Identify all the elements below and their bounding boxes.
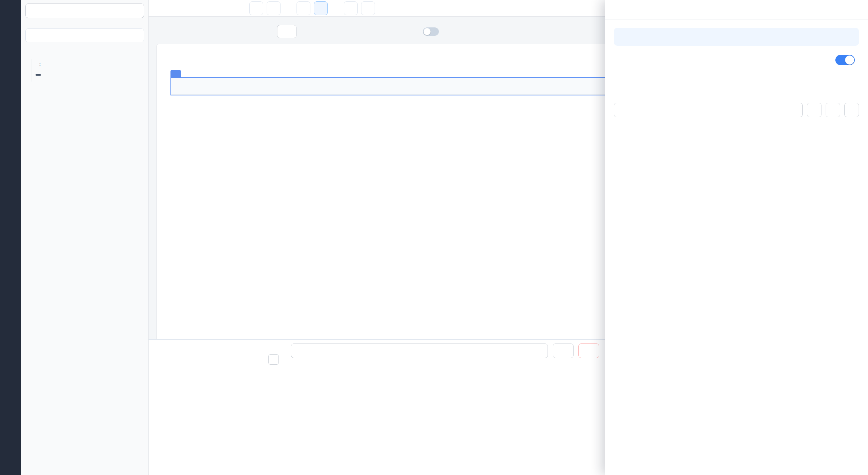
outputs-panel: : (21, 0, 149, 475)
maximize-icon (364, 5, 372, 12)
search-outputs-input[interactable] (25, 28, 144, 42)
windmill-logo[interactable] (0, 0, 21, 19)
drawer-header (605, 0, 868, 19)
windmill-logo-icon (6, 5, 16, 15)
clear-icon[interactable] (791, 107, 798, 113)
mobile-view-button[interactable] (297, 1, 310, 15)
refresh-resource-button[interactable] (844, 103, 859, 117)
plus-icon (829, 107, 836, 113)
close-drawer-button[interactable] (613, 4, 625, 16)
auth-field-row (614, 92, 859, 99)
refresh-schedule-dropdown[interactable] (303, 29, 310, 34)
plus-icon (271, 357, 276, 362)
monitor-icon (317, 5, 325, 12)
edit-icon[interactable] (44, 72, 50, 78)
runnables-panel (149, 340, 286, 475)
selected-component-badge (170, 70, 181, 78)
selected-tab-index-row: : (35, 59, 145, 68)
app-editor: : (0, 0, 868, 475)
tabs-component-group: : (32, 59, 145, 82)
pencil-icon (811, 107, 818, 113)
smartphone-icon (300, 5, 307, 12)
resource-only-toggle[interactable] (835, 55, 855, 65)
close-icon (615, 6, 623, 14)
hide-bar-control (419, 27, 439, 36)
info-icon (158, 357, 164, 363)
resource-input[interactable] (614, 103, 803, 117)
input-type-selector (822, 92, 859, 99)
static-input-icon[interactable] (822, 92, 830, 99)
trash-icon (584, 348, 591, 354)
add-resource-button[interactable] (826, 103, 840, 117)
add-background-runnable-button[interactable] (268, 354, 279, 365)
grid-component-row[interactable] (35, 72, 145, 78)
git-fork-icon (559, 348, 565, 354)
component-id-badge (35, 74, 41, 76)
connect-input-icon[interactable] (837, 92, 844, 99)
app-inputs-drawer (605, 0, 868, 475)
redo-icon (270, 5, 277, 12)
undo-icon (252, 5, 260, 12)
background-runnables-header (156, 354, 279, 365)
resource-value-row (614, 103, 859, 117)
redo-button[interactable] (267, 1, 281, 15)
hide-bar-toggle[interactable] (423, 27, 439, 36)
edit-resource-button[interactable] (807, 103, 821, 117)
undo-button[interactable] (249, 1, 263, 15)
toggle-knob (424, 28, 431, 35)
refresh-button[interactable] (277, 25, 297, 38)
colon: : (38, 60, 42, 67)
toggle-knob (845, 56, 854, 65)
refresh-icon (282, 28, 289, 35)
left-icon-rail (0, 0, 21, 475)
configurations-info-box (614, 28, 859, 46)
fork-button[interactable] (553, 343, 574, 358)
arrow-right-icon (7, 458, 15, 466)
runnable-name-input[interactable] (291, 343, 548, 358)
center-layout-button[interactable] (344, 1, 358, 15)
chevron-up-icon[interactable] (139, 72, 145, 78)
chevron-down-icon (305, 29, 310, 34)
fullwidth-layout-button[interactable] (361, 1, 375, 15)
panel-icon (347, 5, 354, 12)
refresh-icon (848, 107, 855, 113)
delete-script-button[interactable] (578, 343, 599, 358)
desktop-view-button[interactable] (314, 1, 328, 15)
app-name-input[interactable] (25, 3, 144, 18)
template-input-icon[interactable] (851, 92, 859, 99)
expand-sidebar-button[interactable] (3, 454, 18, 470)
resource-only-row (614, 55, 859, 65)
drawer-body (605, 19, 868, 126)
info-icon (621, 35, 630, 43)
